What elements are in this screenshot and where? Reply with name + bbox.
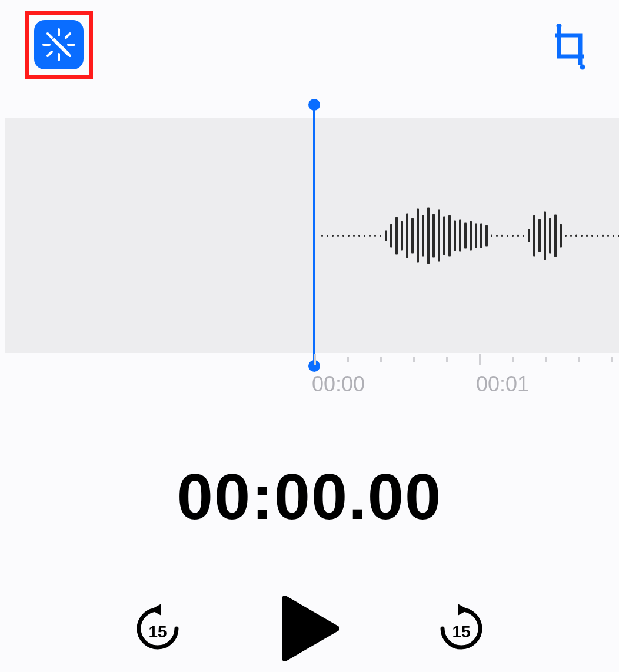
waveform-sample [523, 235, 524, 237]
waveform-sample [613, 235, 614, 237]
svg-line-8 [54, 40, 68, 54]
waveform-sample [432, 214, 435, 257]
waveform-sample [549, 218, 551, 253]
tick-minor [380, 357, 382, 362]
waveform-sample [422, 215, 424, 256]
svg-marker-11 [151, 604, 161, 616]
waveform-sample [480, 223, 482, 248]
tick-minor [611, 357, 613, 362]
playback-controls: 15 15 [0, 588, 619, 671]
tick-label-1: 00:01 [476, 372, 529, 397]
enhance-button[interactable] [25, 11, 93, 79]
tick-minor [512, 357, 514, 362]
waveform-sample [586, 234, 588, 237]
waveform-sample [485, 225, 488, 246]
waveform-sample [417, 208, 419, 262]
waveform-sample [390, 224, 392, 247]
tick-minor [446, 357, 448, 362]
waveform-track[interactable] [5, 118, 619, 353]
waveform-sample [438, 209, 440, 261]
waveform-sample [443, 216, 445, 255]
waveform-sample [554, 214, 557, 257]
crop-icon [550, 24, 591, 73]
waveform-sample [533, 215, 535, 256]
skip-back-seconds: 15 [148, 623, 167, 641]
waveform-sample [475, 223, 477, 248]
waveform-sample [454, 220, 456, 251]
tick-minor [347, 357, 349, 362]
waveform-sample [565, 235, 567, 237]
waveform-sample [607, 235, 609, 237]
tick-major [479, 354, 481, 365]
tick-minor [578, 357, 580, 362]
tick-minor [413, 357, 415, 362]
waveform-sample [464, 222, 467, 248]
waveform-sample [575, 234, 577, 237]
svg-line-4 [48, 34, 52, 38]
waveform-sample [401, 221, 403, 250]
crop-button[interactable] [546, 22, 594, 74]
waveform-sample [374, 235, 376, 237]
waveform-sample [538, 219, 541, 252]
tick-minor [545, 357, 547, 362]
waveform [318, 235, 619, 236]
waveform-sample [470, 221, 472, 250]
waveform-sample [369, 235, 371, 237]
waveform-sample [411, 218, 414, 253]
waveform-sample [406, 213, 408, 258]
waveform-sample [348, 235, 350, 237]
waveform-sample [395, 217, 398, 254]
time-ruler-labels: 00:00 00:01 [0, 372, 619, 401]
waveform-sample [380, 235, 381, 237]
waveform-sample [448, 215, 451, 256]
waveform-sample [597, 235, 598, 237]
waveform-sample [507, 235, 508, 237]
waveform-sample [491, 234, 492, 237]
time-ruler [0, 353, 619, 371]
waveform-sample [321, 235, 323, 237]
waveform-sample [337, 235, 339, 237]
waveform-sample [427, 207, 430, 264]
svg-marker-12 [285, 598, 337, 658]
waveform-sample [459, 219, 461, 251]
play-button[interactable] [268, 588, 351, 671]
svg-line-7 [66, 34, 70, 38]
waveform-sample [332, 235, 334, 237]
waveform-sample [364, 235, 365, 237]
enhance-wand-icon [34, 20, 84, 69]
waveform-sample [544, 211, 546, 260]
waveform-sample [342, 235, 344, 237]
header [0, 0, 619, 100]
waveform-sample [602, 234, 604, 237]
playhead[interactable] [313, 105, 315, 366]
waveform-sample [512, 235, 514, 237]
svg-line-6 [48, 52, 52, 56]
waveform-sample [353, 235, 355, 237]
waveform-sample [358, 235, 360, 237]
waveform-sample [570, 235, 572, 237]
skip-back-15-button[interactable]: 15 [117, 588, 199, 671]
svg-point-9 [557, 24, 562, 29]
waveform-sample [501, 234, 503, 237]
waveform-sample [528, 229, 530, 242]
tick-major [314, 354, 316, 365]
svg-point-10 [580, 65, 585, 70]
waveform-sample [496, 235, 498, 237]
waveform-sample [385, 230, 387, 241]
tick-label-0: 00:00 [312, 372, 365, 397]
waveform-sample [517, 234, 519, 237]
current-time: 00:00.00 [0, 459, 619, 534]
playhead-handle-top[interactable] [308, 99, 320, 111]
waveform-sample [581, 235, 583, 237]
waveform-sample [327, 235, 328, 237]
play-icon [280, 596, 339, 663]
waveform-sample [560, 224, 562, 247]
waveform-sample [591, 235, 593, 237]
skip-forward-15-button[interactable]: 15 [420, 588, 502, 671]
skip-forward-seconds: 15 [452, 623, 470, 641]
svg-marker-13 [458, 604, 468, 616]
